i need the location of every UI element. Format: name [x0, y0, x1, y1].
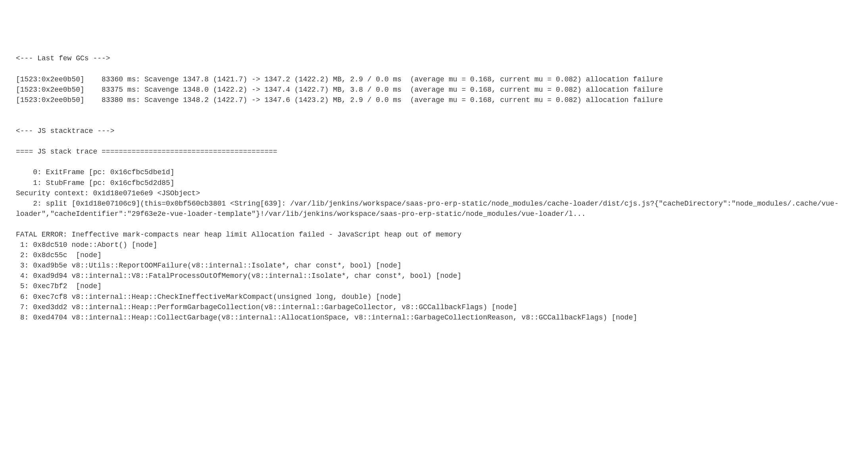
native-stack-line: 7: 0xed3dd2 v8::internal::Heap::PerformG…	[16, 303, 517, 311]
native-stack-line: 6: 0xec7cf8 v8::internal::Heap::CheckIne…	[16, 293, 401, 301]
stack-frame: 0: ExitFrame [pc: 0x16cfbc5dbe1d]	[16, 168, 175, 176]
gc-header: <--- Last few GCs --->	[16, 54, 110, 62]
log-output: <--- Last few GCs ---> [1523:0x2ee0b50] …	[16, 53, 852, 322]
native-stack-line: 2: 0x8dc55c [node]	[16, 251, 102, 259]
gc-line: [1523:0x2ee0b50] 83360 ms: Scavenge 1347…	[16, 75, 663, 83]
native-stack-line: 4: 0xad9d94 v8::internal::V8::FatalProce…	[16, 272, 461, 280]
gc-line: [1523:0x2ee0b50] 83380 ms: Scavenge 1348…	[16, 96, 663, 104]
stack-frame: Security context: 0x1d18e071e6e9 <JSObje…	[16, 189, 200, 197]
stack-frame: 1: StubFrame [pc: 0x16cfbc5d2d85]	[16, 179, 175, 187]
native-stack-line: 5: 0xec7bf2 [node]	[16, 282, 102, 290]
stack-trace-divider: ==== JS stack trace ====================…	[16, 148, 277, 156]
native-stack-line: 3: 0xad9b5e v8::Utils::ReportOOMFailure(…	[16, 262, 401, 269]
gc-line: [1523:0x2ee0b50] 83375 ms: Scavenge 1348…	[16, 86, 663, 94]
native-stack-line: 1: 0x8dc510 node::Abort() [node]	[16, 241, 157, 249]
native-stack-line: 8: 0xed4704 v8::internal::Heap::CollectG…	[16, 314, 637, 321]
fatal-error: FATAL ERROR: Ineffective mark-compacts n…	[16, 231, 461, 239]
stack-frame: 2: split [0x1d18e07106c9](this=0x0bf560c…	[16, 200, 839, 218]
stacktrace-header: <--- JS stacktrace --->	[16, 127, 114, 135]
